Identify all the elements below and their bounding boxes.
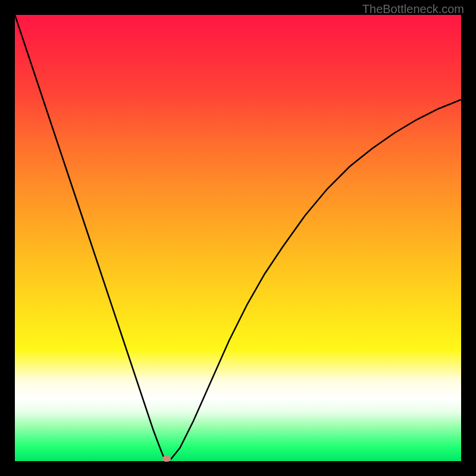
optimal-marker: [162, 456, 171, 462]
plot-area: [15, 15, 461, 461]
curve-svg: [15, 15, 461, 461]
watermark-text: TheBottleneck.com: [362, 2, 464, 16]
bottleneck-curve: [15, 15, 461, 459]
